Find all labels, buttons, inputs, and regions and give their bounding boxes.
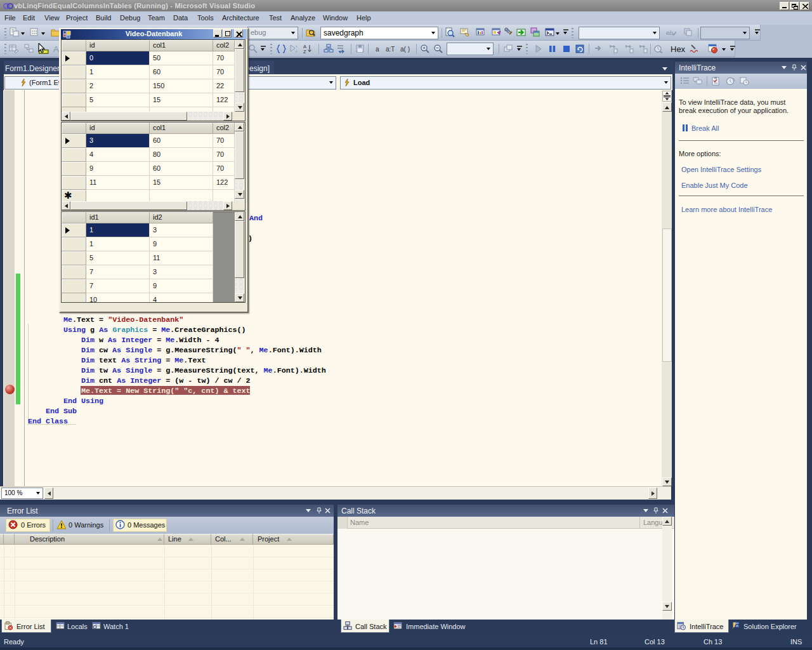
svg-text:a( ): a( ) <box>400 46 410 53</box>
svg-text:Z: Z <box>303 49 306 54</box>
svg-text:A: A <box>53 44 59 54</box>
svg-text:a: a <box>376 46 379 53</box>
svg-text:ab: ab <box>667 30 673 36</box>
svg-text:a:T: a:T <box>386 46 395 53</box>
